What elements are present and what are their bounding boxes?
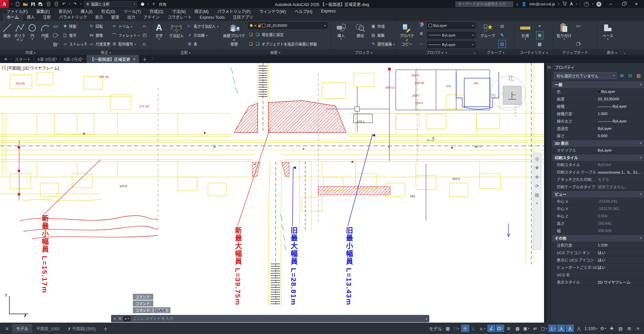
polar-tracking-icon[interactable]: ⊾	[479, 325, 487, 332]
object-snap-tracking-icon[interactable]: ∠	[487, 325, 495, 332]
undo-icon[interactable]: ↶	[61, 1, 67, 7]
object-snap-icon[interactable]: ⊡	[496, 325, 504, 332]
open-from-web-mobile-icon[interactable]	[46, 1, 51, 7]
quick-calc-icon[interactable]: ▦	[536, 40, 543, 48]
grid-icon[interactable]: ▦	[444, 325, 452, 332]
save-icon[interactable]	[31, 1, 36, 7]
ribbon-tab[interactable]: Express Tools	[196, 14, 228, 21]
app-menu-caret-icon[interactable]: ▾	[11, 3, 13, 5]
property-row[interactable]: 高さ160.641	[552, 220, 644, 227]
selection-cycling-icon[interactable]: ▣	[522, 325, 530, 332]
3d-object-snap-icon[interactable]: ⇄	[531, 325, 539, 332]
recent-commands-button[interactable]: ▸▾	[123, 316, 130, 321]
help-icon[interactable]: ?	[584, 2, 589, 7]
ribbon-tab[interactable]: 出力	[123, 13, 139, 21]
menu-item[interactable]: 挿入(I)	[76, 8, 97, 14]
arc-button[interactable]: 円弧	[39, 22, 51, 41]
undo-caret-icon[interactable]: ▾	[69, 3, 70, 5]
command-line[interactable]: ✕ ⚒ ▸▾ ▴	[111, 315, 429, 322]
menu-item[interactable]: 寸法(N)	[168, 8, 190, 14]
file-tab[interactable]: スタート✕	[11, 55, 34, 63]
redo-icon[interactable]: ↷	[72, 1, 78, 7]
base-view-button[interactable]: ベース	[598, 22, 617, 41]
navigation-bar[interactable]: ◎ ✥ ⊕ ⟳ ▤ ▾	[533, 153, 541, 250]
tab-close-icon[interactable]: ✕	[133, 57, 136, 61]
ribbon-tab[interactable]: 注目アプリ	[229, 13, 257, 21]
panel-label-layers[interactable]: 画層	[220, 49, 331, 55]
panel-label-modify[interactable]: 修正	[61, 49, 151, 55]
customize-menu-icon[interactable]: ≡	[634, 325, 642, 332]
rotate-button[interactable]: ↻回転	[89, 22, 110, 30]
property-row[interactable]: 透過性ByLayer	[552, 125, 644, 132]
match-properties-button[interactable]: プロパティコピー	[398, 22, 416, 46]
cart-icon[interactable]	[562, 1, 567, 7]
ribbon-tab[interactable]: 注釈	[39, 13, 55, 21]
save-as-icon[interactable]	[38, 1, 44, 7]
menu-item[interactable]: Express	[317, 9, 340, 13]
ortho-mode-icon[interactable]: ∟	[470, 325, 478, 332]
menu-item[interactable]: 編集(E)	[32, 8, 54, 14]
ribbon-tab[interactable]: ホーム	[3, 13, 23, 21]
ellipse-icon[interactable]: ◯▾	[52, 31, 59, 39]
line-button[interactable]: 線分	[1, 22, 13, 38]
section-plot-style[interactable]: 印刷スタイル	[552, 154, 644, 161]
property-row[interactable]: 厚さ0.000	[552, 132, 644, 140]
command-close-icon[interactable]: ✕	[113, 317, 116, 321]
move-button[interactable]: ✚移動	[62, 22, 88, 30]
section-general[interactable]: 一般	[552, 81, 644, 88]
property-row[interactable]: 原点に UCS アイコンはい	[552, 256, 644, 264]
property-row[interactable]: 中心 Z0.000	[552, 212, 644, 220]
viewport-visual-style-control[interactable]: [2D ワイヤフレーム]	[22, 65, 59, 71]
linetype-list-icon[interactable]: ┄	[418, 40, 425, 48]
fillet-button[interactable]: ⌒フィレット	[112, 31, 140, 39]
menu-item[interactable]: 表示(V)	[54, 8, 76, 14]
command-customize-icon[interactable]: ⚒	[118, 317, 121, 321]
insert-block-button[interactable]: 挿入	[332, 22, 350, 41]
panel-label-block[interactable]: ブロック	[331, 49, 396, 55]
navigation-wheel-icon[interactable]: ◎	[535, 156, 539, 161]
property-row[interactable]: UCS 名	[552, 271, 644, 278]
copy-button[interactable]: ◫複写	[62, 31, 88, 39]
select-objects-icon[interactable]: ⊡	[627, 72, 634, 79]
file-tab[interactable]: 【一般国道】区域変更✕	[87, 55, 139, 63]
property-row[interactable]: 印刷スタイルByColor	[552, 161, 644, 168]
close-button[interactable]: ✕	[630, 0, 643, 8]
menu-item[interactable]: 修正(M)	[190, 8, 213, 14]
customization-gear-icon[interactable]: ⚙	[599, 325, 607, 332]
section-view[interactable]: ビュー	[552, 190, 644, 198]
menu-item[interactable]: ツール(T)	[119, 8, 145, 14]
account-caret-icon[interactable]: ▾	[558, 3, 559, 5]
property-row[interactable]: マテリアルByLayer	[552, 147, 644, 154]
panel-label-clipboard[interactable]: クリップボード	[553, 49, 597, 55]
dialog-launcher-icon[interactable]: ↘	[473, 52, 476, 55]
command-input[interactable]	[132, 316, 423, 321]
lineweight-dropdown[interactable]: ByLayer▾	[427, 41, 475, 48]
menu-item[interactable]: 作成(D)	[145, 8, 168, 14]
annotation-autoscale-icon[interactable]: 人	[566, 325, 574, 332]
property-row[interactable]: 線種ByLayer	[552, 103, 644, 110]
annotation-visibility-icon[interactable]: 人	[557, 325, 565, 332]
layout-tab-1000[interactable]: 平面図_1000	[32, 324, 63, 333]
viewport-view-control[interactable]: [平面図]	[7, 65, 21, 71]
new-layout-button[interactable]: ＋	[100, 325, 111, 332]
menu-item[interactable]: ファイル(F)	[2, 8, 32, 14]
group-button[interactable]: グループ	[478, 22, 497, 38]
viewcube[interactable]: 北 西 上	[488, 70, 528, 113]
autodesk-caret-icon[interactable]: ▾	[576, 3, 577, 5]
viewcube-north-label[interactable]: 北	[507, 73, 514, 82]
pan-icon[interactable]: ✥	[535, 165, 539, 170]
property-row[interactable]: 線種尺度1.000	[552, 110, 644, 117]
viewcube-west-label[interactable]: 西	[491, 92, 496, 100]
block-edit-button[interactable]: ▤編集	[371, 31, 395, 39]
minimize-button[interactable]	[604, 0, 617, 8]
help-search-input[interactable]	[455, 1, 513, 7]
lineweight-icon[interactable]: ≣	[505, 325, 513, 332]
model-tab[interactable]: モデル	[12, 324, 32, 333]
move-to-layer-button[interactable]: ❏ ❏ オブジェクトを指定の画層に移動	[248, 40, 327, 48]
property-row[interactable]: 線の太さByLayer	[552, 117, 644, 125]
open-file-icon[interactable]	[23, 1, 28, 7]
array-button[interactable]: ⊞配列複写	[112, 40, 140, 48]
property-row[interactable]: 画層20_8135000	[552, 95, 644, 103]
measure-button[interactable]: 計測	[516, 22, 535, 41]
property-row[interactable]: 表示スタイル2D ワイヤフレーム	[552, 278, 644, 286]
